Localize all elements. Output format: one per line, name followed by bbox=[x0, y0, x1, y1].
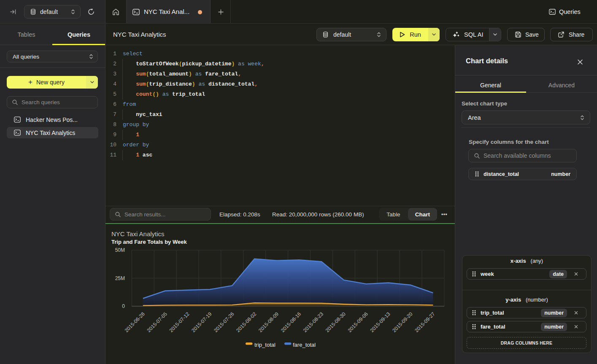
svg-text:2015-09-27: 2015-09-27 bbox=[413, 311, 436, 334]
svg-text:0: 0 bbox=[122, 303, 125, 309]
svg-text:2015-07-05: 2015-07-05 bbox=[146, 311, 169, 334]
svg-text:2015-07-19: 2015-07-19 bbox=[190, 311, 213, 334]
svg-text:2015-06-28: 2015-06-28 bbox=[124, 311, 146, 334]
svg-text:2015-09-20: 2015-09-20 bbox=[391, 311, 414, 334]
svg-text:2015-09-13: 2015-09-13 bbox=[369, 311, 392, 334]
svg-text:2015-07-12: 2015-07-12 bbox=[168, 311, 191, 334]
svg-text:trip_total: trip_total bbox=[254, 342, 276, 348]
svg-text:2015-08-16: 2015-08-16 bbox=[280, 311, 303, 334]
svg-text:50M: 50M bbox=[115, 247, 125, 253]
svg-text:2015-08-09: 2015-08-09 bbox=[257, 311, 280, 334]
svg-text:2015-08-30: 2015-08-30 bbox=[324, 311, 347, 334]
svg-text:2015-07-26: 2015-07-26 bbox=[213, 311, 235, 334]
svg-text:2015-09-06: 2015-09-06 bbox=[347, 311, 370, 334]
svg-text:2015-08-02: 2015-08-02 bbox=[235, 311, 258, 334]
svg-text:fare_total: fare_total bbox=[293, 342, 316, 348]
svg-text:25M: 25M bbox=[115, 275, 125, 281]
svg-text:2015-08-23: 2015-08-23 bbox=[302, 311, 325, 334]
